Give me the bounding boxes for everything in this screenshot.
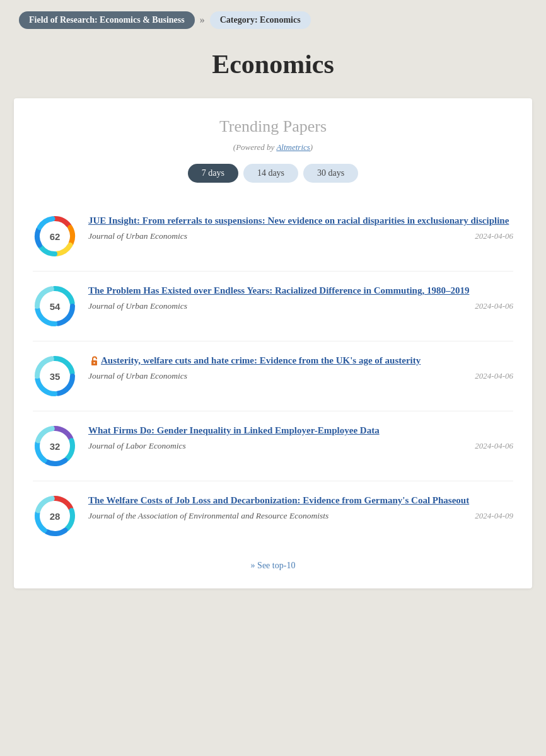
breadcrumb-arrow: »	[200, 14, 205, 26]
paper-item: 32What Firms Do: Gender Inequality in Li…	[33, 411, 513, 481]
altmetric-badge: 54	[33, 284, 77, 328]
svg-point-5	[93, 362, 95, 363]
powered-by: (Powered by Altmetrics)	[33, 142, 513, 152]
paper-journal: Journal of Urban Economics	[88, 231, 187, 241]
paper-title[interactable]: The Welfare Costs of Job Loss and Decarb…	[88, 494, 513, 508]
paper-meta: Journal of Labor Economics2024-04-06	[88, 441, 513, 451]
altmetrics-link[interactable]: Altmetrics	[276, 142, 310, 152]
paper-date: 2024-04-06	[475, 231, 513, 241]
paper-item: 62JUE Insight: From referrals to suspens…	[33, 202, 513, 272]
altmetric-badge: 28	[33, 494, 77, 538]
paper-journal: Journal of Urban Economics	[88, 371, 187, 381]
paper-date: 2024-04-06	[475, 371, 513, 381]
paper-list: 62JUE Insight: From referrals to suspens…	[33, 202, 513, 551]
altmetric-score: 32	[50, 441, 61, 452]
trending-title: Trending Papers	[33, 117, 513, 136]
paper-title[interactable]: Austerity, welfare cuts and hate crime: …	[88, 354, 513, 368]
paper-meta: Journal of Urban Economics2024-04-06	[88, 371, 513, 381]
powered-label: (Powered by	[233, 142, 277, 152]
paper-content: The Problem Has Existed over Endless Yea…	[88, 284, 513, 311]
see-more[interactable]: » See top-10	[33, 551, 513, 576]
paper-item: 28The Welfare Costs of Job Loss and Deca…	[33, 481, 513, 551]
paper-content: Austerity, welfare cuts and hate crime: …	[88, 354, 513, 381]
paper-journal: Journal of the Association of Environmen…	[88, 511, 328, 521]
paper-content: What Firms Do: Gender Inequality in Link…	[88, 424, 513, 451]
see-top-10-link[interactable]: » See top-10	[251, 561, 296, 570]
page-title: Economics	[0, 37, 546, 98]
paper-date: 2024-04-06	[475, 301, 513, 311]
paper-item: 35 Austerity, welfare cuts and hate crim…	[33, 341, 513, 411]
paper-meta: Journal of Urban Economics2024-04-06	[88, 231, 513, 241]
breadcrumb: Field of Research: Economics & Business …	[0, 0, 546, 37]
paper-item: 54The Problem Has Existed over Endless Y…	[33, 272, 513, 341]
paper-content: JUE Insight: From referrals to suspensio…	[88, 214, 513, 241]
paper-date: 2024-04-06	[475, 441, 513, 451]
trending-card: Trending Papers (Powered by Altmetrics) …	[14, 98, 532, 588]
tab-14days[interactable]: 14 days	[243, 164, 298, 183]
paper-title[interactable]: JUE Insight: From referrals to suspensio…	[88, 214, 513, 228]
paper-content: The Welfare Costs of Job Loss and Decarb…	[88, 494, 513, 521]
tab-30days[interactable]: 30 days	[303, 164, 358, 183]
altmetric-score: 35	[50, 371, 61, 382]
breadcrumb-category-label: Category:	[220, 15, 260, 25]
altmetric-badge: 62	[33, 214, 77, 258]
breadcrumb-category[interactable]: Category: Economics	[210, 11, 311, 29]
paper-title[interactable]: What Firms Do: Gender Inequality in Link…	[88, 424, 513, 438]
altmetric-score: 28	[50, 511, 61, 522]
breadcrumb-category-value: Economics	[260, 15, 301, 25]
paper-meta: Journal of Urban Economics2024-04-06	[88, 301, 513, 311]
paper-title[interactable]: The Problem Has Existed over Endless Yea…	[88, 284, 513, 298]
altmetric-score: 62	[50, 231, 61, 242]
paper-journal: Journal of Urban Economics	[88, 301, 187, 311]
breadcrumb-field-value: Economics & Business	[100, 15, 185, 25]
breadcrumb-field-label: Field of Research:	[29, 15, 100, 25]
paper-date: 2024-04-09	[475, 511, 513, 521]
altmetric-badge: 35	[33, 354, 77, 398]
powered-close: )	[310, 142, 313, 152]
day-tabs: 7 days 14 days 30 days	[33, 164, 513, 183]
paper-journal: Journal of Labor Economics	[88, 441, 186, 451]
paper-meta: Journal of the Association of Environmen…	[88, 511, 513, 521]
altmetric-score: 54	[50, 301, 61, 312]
tab-7days[interactable]: 7 days	[188, 164, 238, 183]
altmetric-badge: 32	[33, 424, 77, 468]
breadcrumb-field[interactable]: Field of Research: Economics & Business	[19, 11, 195, 29]
